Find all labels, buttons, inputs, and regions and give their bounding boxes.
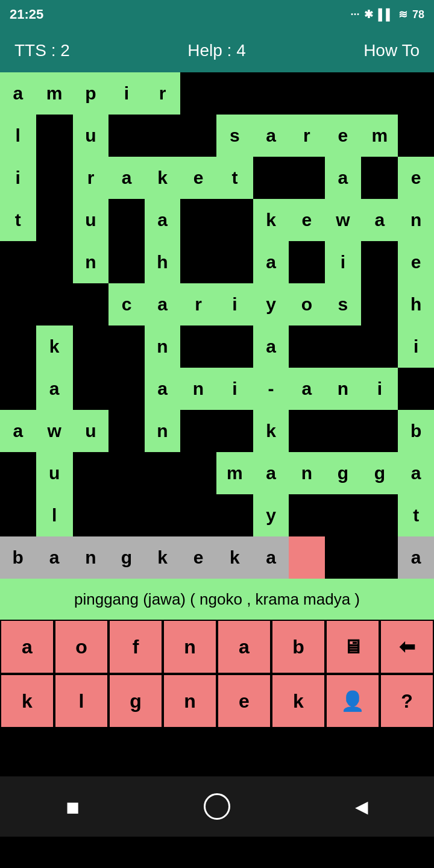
cell-6-6[interactable]: r bbox=[180, 283, 216, 326]
key-o[interactable]: o bbox=[54, 620, 108, 674]
cell-12-9-active[interactable] bbox=[289, 536, 325, 579]
cell-4-8[interactable]: k bbox=[253, 199, 289, 241]
crossword-grid[interactable]: a m p i r l u s a r bbox=[0, 72, 434, 579]
cell-2-10[interactable]: e bbox=[325, 115, 362, 157]
key-k[interactable]: k bbox=[0, 674, 54, 728]
cell-10-10[interactable]: g bbox=[325, 452, 362, 494]
cell-12-4[interactable]: g bbox=[108, 536, 145, 579]
cell-2-9[interactable]: r bbox=[289, 115, 325, 157]
key-e[interactable]: e bbox=[217, 674, 271, 728]
key-contact-icon[interactable]: 👤 bbox=[326, 674, 380, 728]
cell-3-7[interactable]: t bbox=[216, 157, 253, 199]
cell-6-5[interactable]: a bbox=[145, 283, 181, 326]
cell-12-1[interactable]: b bbox=[0, 536, 36, 579]
cell-6-7[interactable]: i bbox=[216, 283, 253, 326]
cell-10-12[interactable]: a bbox=[398, 452, 434, 494]
cell-10-2[interactable]: u bbox=[36, 452, 73, 494]
cell-12-5[interactable]: k bbox=[145, 536, 181, 579]
cell-5-5[interactable]: h bbox=[145, 241, 181, 283]
cell-2-7[interactable]: s bbox=[216, 115, 253, 157]
cell-4-3[interactable]: u bbox=[73, 199, 109, 241]
cell-7-12[interactable]: i bbox=[398, 326, 434, 368]
cell-6-10[interactable]: s bbox=[325, 283, 362, 326]
cell-3-1[interactable]: i bbox=[0, 157, 36, 199]
cell-12-8[interactable]: a bbox=[253, 536, 289, 579]
cell-3-6[interactable]: e bbox=[180, 157, 216, 199]
cell-8-8[interactable]: - bbox=[253, 368, 289, 410]
cell-3-4[interactable]: a bbox=[108, 157, 145, 199]
cell-9-8[interactable]: k bbox=[253, 410, 289, 452]
key-help-icon[interactable]: ? bbox=[380, 674, 434, 728]
cell-1-1[interactable]: a bbox=[0, 72, 36, 115]
cell-9-1[interactable]: a bbox=[0, 410, 36, 452]
cell-8-6[interactable]: n bbox=[180, 368, 216, 410]
cell-4-1[interactable]: t bbox=[0, 199, 36, 241]
cell-2-1[interactable]: l bbox=[0, 115, 36, 157]
cell-1-5[interactable]: r bbox=[145, 72, 181, 115]
cell-5-3[interactable]: n bbox=[73, 241, 109, 283]
key-n1[interactable]: n bbox=[163, 620, 217, 674]
nav-back-button[interactable]: ◀ bbox=[344, 788, 380, 825]
key-l[interactable]: l bbox=[54, 674, 108, 728]
key-monitor-icon[interactable]: 🖥 bbox=[326, 620, 380, 674]
cell-12-6[interactable]: e bbox=[180, 536, 216, 579]
cell-9-2[interactable]: w bbox=[36, 410, 73, 452]
key-b[interactable]: b bbox=[271, 620, 326, 674]
key-g[interactable]: g bbox=[108, 674, 163, 728]
cell-11-2[interactable]: l bbox=[36, 494, 73, 536]
cell-7-5[interactable]: n bbox=[145, 326, 181, 368]
cell-11-8[interactable]: y bbox=[253, 494, 289, 536]
cell-6-8[interactable]: y bbox=[253, 283, 289, 326]
help-label[interactable]: Help : 4 bbox=[187, 41, 246, 60]
tts-label[interactable]: TTS : 2 bbox=[14, 41, 70, 60]
cell-8-5[interactable]: a bbox=[145, 368, 181, 410]
cell-12-2[interactable]: a bbox=[36, 536, 73, 579]
cell-8-10[interactable]: n bbox=[325, 368, 362, 410]
key-f[interactable]: f bbox=[108, 620, 163, 674]
cell-9-12[interactable]: b bbox=[398, 410, 434, 452]
cell-10-9[interactable]: n bbox=[289, 452, 325, 494]
cell-8-7[interactable]: i bbox=[216, 368, 253, 410]
nav-square-button[interactable]: ◼ bbox=[54, 788, 90, 825]
cell-2-11[interactable]: m bbox=[361, 115, 398, 157]
cell-4-10[interactable]: w bbox=[325, 199, 362, 241]
key-a2[interactable]: a bbox=[217, 620, 271, 674]
cell-1-3[interactable]: p bbox=[73, 72, 109, 115]
cell-2-8[interactable]: a bbox=[253, 115, 289, 157]
cell-3-3[interactable]: r bbox=[73, 157, 109, 199]
cell-9-3[interactable]: u bbox=[73, 410, 109, 452]
cell-12-12[interactable]: a bbox=[398, 536, 434, 579]
cell-10-8[interactable]: a bbox=[253, 452, 289, 494]
cell-8-9[interactable]: a bbox=[289, 368, 325, 410]
cell-7-8[interactable]: a bbox=[253, 326, 289, 368]
cell-4-11[interactable]: a bbox=[361, 199, 398, 241]
cell-3-12[interactable]: e bbox=[398, 157, 434, 199]
key-n2[interactable]: n bbox=[163, 674, 217, 728]
cell-9-5[interactable]: n bbox=[145, 410, 181, 452]
cell-6-9[interactable]: o bbox=[289, 283, 325, 326]
cell-8-11[interactable]: i bbox=[361, 368, 398, 410]
cell-11-12[interactable]: t bbox=[398, 494, 434, 536]
cell-3-10[interactable]: a bbox=[325, 157, 362, 199]
cell-10-11[interactable]: g bbox=[361, 452, 398, 494]
key-a[interactable]: a bbox=[0, 620, 54, 674]
how-to-label[interactable]: How To bbox=[363, 41, 420, 60]
cell-5-10[interactable]: i bbox=[325, 241, 362, 283]
cell-6-12[interactable]: h bbox=[398, 283, 434, 326]
nav-home-button[interactable] bbox=[199, 788, 235, 825]
cell-5-8[interactable]: a bbox=[253, 241, 289, 283]
cell-2-3[interactable]: u bbox=[73, 115, 109, 157]
cell-8-2[interactable]: a bbox=[36, 368, 73, 410]
key-backspace-icon[interactable]: ⬅ bbox=[380, 620, 434, 674]
key-k2[interactable]: k bbox=[271, 674, 326, 728]
cell-12-7[interactable]: k bbox=[216, 536, 253, 579]
cell-1-4[interactable]: i bbox=[108, 72, 145, 115]
cell-3-5[interactable]: k bbox=[145, 157, 181, 199]
cell-1-2[interactable]: m bbox=[36, 72, 73, 115]
cell-7-2[interactable]: k bbox=[36, 326, 73, 368]
cell-12-3[interactable]: n bbox=[73, 536, 109, 579]
cell-4-5[interactable]: a bbox=[145, 199, 181, 241]
cell-6-4[interactable]: c bbox=[108, 283, 145, 326]
cell-4-9[interactable]: e bbox=[289, 199, 325, 241]
cell-4-12[interactable]: n bbox=[398, 199, 434, 241]
